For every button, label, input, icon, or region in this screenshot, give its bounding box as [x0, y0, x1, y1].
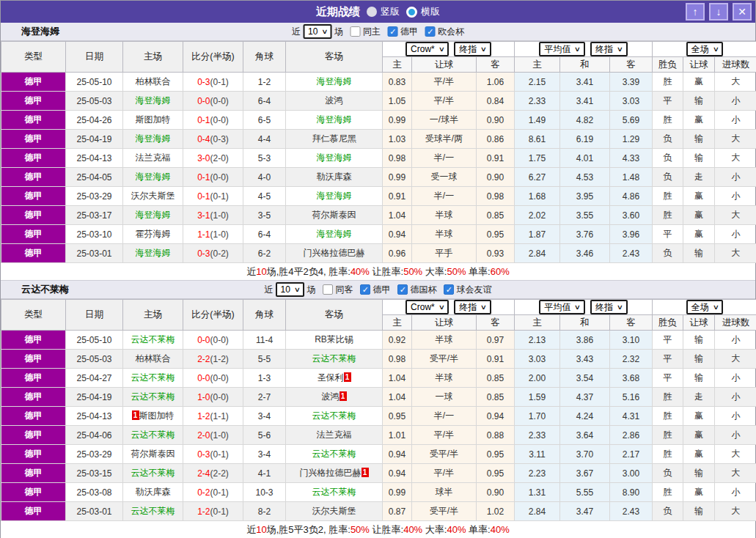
home-team-cell: 霍芬海姆 [123, 225, 183, 244]
team-section-bremen: 云达不莱梅 近10∨场同客✓德甲✓德国杯✓球会友谊 类型 日期 主场 比分(半场… [1, 281, 755, 538]
league-checkbox[interactable]: ✓ [360, 284, 370, 295]
odds-time-select[interactable]: 终指∨ [590, 300, 628, 314]
league-checkbox[interactable]: ✓ [444, 284, 454, 295]
europe-away-odds-cell: 2.43 [610, 502, 653, 521]
score-cell: 0-1(0-0) [183, 111, 243, 130]
europe-draw-odds-cell: 3.86 [560, 331, 610, 350]
away-team-cell: 勒沃库森 [286, 168, 383, 187]
league-cell: 德甲 [1, 111, 66, 130]
chevron-down-icon: ∨ [617, 45, 623, 53]
corner-cell: 3-4 [243, 407, 286, 426]
section-header: 云达不莱梅 近10∨场同客✓德甲✓德国杯✓球会友谊 [1, 281, 755, 299]
bookmaker-select[interactable]: Crow*∨ [405, 42, 449, 56]
odds-time-select[interactable]: 终指∨ [454, 42, 491, 56]
europe-draw-odds-cell: 3.41 [560, 73, 610, 92]
average-select[interactable]: 平均值∨ [539, 300, 585, 314]
fulltime-score: 2-2 [197, 354, 210, 364]
col-result: 胜负 [653, 315, 683, 331]
europe-home-odds-cell: 6.27 [515, 168, 560, 187]
col-europe-draw: 和 [560, 57, 610, 73]
europe-away-odds-cell: 2.43 [610, 244, 653, 263]
corner-cell: 1-2 [243, 73, 286, 92]
summary-part: 场,胜5平3负2, 胜率: [267, 523, 351, 537]
league-cell: 德甲 [1, 130, 66, 149]
col-goals-result: 进球数 [715, 57, 756, 73]
table-header: 类型 日期 主场 比分(半场) 角球 客场 Crow*∨ 终指∨ 平均值 [1, 300, 756, 331]
fulltime-score: 0-1 [197, 172, 210, 183]
home-team-cell: 海登海姆 [123, 130, 183, 149]
vertical-radio-label: 竖版 [381, 5, 400, 18]
period-select[interactable]: 全场∨ [686, 300, 724, 314]
horizontal-radio-icon[interactable] [406, 7, 417, 18]
bookmaker-select[interactable]: Crow*∨ [405, 300, 449, 314]
score-cell: 0-0(0-0) [183, 331, 243, 350]
match-row: 德甲25-03-17海登海姆3-1(1-0)3-5荷尔斯泰因1.04半球0.85… [1, 206, 756, 225]
league-checkbox-label: 德甲 [400, 26, 418, 38]
away-team-name: 沃尔夫斯堡 [312, 506, 356, 516]
europe-home-odds-cell: 1.75 [515, 149, 560, 168]
league-checkbox[interactable]: ✓ [397, 284, 408, 295]
europe-draw-odds-cell: 3.46 [560, 244, 610, 263]
league-checkbox[interactable]: ✓ [425, 26, 436, 37]
odds-time-select[interactable]: 终指∨ [454, 300, 491, 314]
date-cell: 25-04-06 [66, 426, 123, 445]
halftime-score: (0-3) [210, 134, 229, 144]
fulltime-score: 0-4 [197, 134, 210, 144]
away-team-name: 拜仁慕尼黑 [312, 133, 356, 144]
europe-odds-group: 平均值∨ 终指∨ [515, 42, 653, 57]
europe-draw-odds-cell: 4.53 [560, 168, 610, 187]
vertical-layout-option[interactable]: 竖版 [367, 5, 400, 18]
home-team-cell: 斯图加特 [123, 111, 183, 130]
goals-result-cell: 大 [715, 130, 756, 149]
league-cell: 德甲 [1, 502, 66, 521]
col-handicap-result: 让球 [683, 57, 715, 73]
col-score: 比分(半场) [183, 300, 243, 331]
fulltime-score: 0-3 [197, 449, 210, 460]
average-select[interactable]: 平均值∨ [539, 42, 585, 56]
close-button[interactable]: ✕ [733, 3, 752, 21]
period-select[interactable]: 全场∨ [686, 42, 724, 56]
col-corner: 角球 [243, 300, 286, 331]
halftime-score: (0-0) [210, 172, 229, 183]
odds-time-select[interactable]: 终指∨ [590, 42, 628, 56]
down-button[interactable]: ↓ [709, 3, 728, 21]
away-team-cell: 海登海姆 [286, 149, 383, 168]
handicap-result-cell: 输 [683, 502, 715, 521]
europe-home-odds-cell: 2.23 [515, 464, 560, 483]
recent-count-select[interactable]: 10∨ [303, 24, 332, 39]
result-cell: 胜 [653, 187, 683, 206]
result-cell: 胜 [653, 483, 683, 502]
handicap-result-cell: 输 [683, 350, 715, 369]
filter-controls: 近10∨场同主✓德甲✓欧会杯 [292, 24, 464, 39]
result-cell: 负 [653, 464, 683, 483]
goals-result-cell: 小 [715, 426, 756, 445]
summary-part: 单率: [466, 265, 490, 279]
league-cell: 德甲 [1, 244, 66, 263]
result-cell: 负 [653, 244, 683, 263]
halftime-score: (0-0) [210, 96, 229, 106]
up-button[interactable]: ↑ [686, 3, 705, 21]
same-side-checkbox[interactable] [351, 26, 361, 37]
corner-cell: 6-4 [243, 225, 286, 244]
summary-part: 单率: [466, 523, 490, 537]
vertical-radio-icon[interactable] [367, 7, 377, 17]
league-cell: 德甲 [1, 331, 66, 350]
home-team-name: 云达不莱梅 [131, 468, 175, 478]
away-team-cell: 云达不莱梅 [286, 483, 383, 502]
halftime-score: (2-0) [210, 153, 229, 163]
recent-count-select[interactable]: 10∨ [276, 282, 305, 297]
match-row: 德甲25-03-15云达不莱梅2-4(2-2)4-1门兴格拉德巴赫10.94平/… [1, 464, 756, 483]
away-team-name: 勒沃库森 [317, 172, 352, 182]
europe-away-odds-cell: 3.00 [610, 464, 653, 483]
halftime-score: (1-0) [210, 430, 229, 441]
chevron-down-icon: ∨ [480, 303, 487, 311]
horizontal-layout-option[interactable]: 横版 [406, 5, 440, 18]
away-team-name: 门兴格拉德巴赫 [304, 248, 365, 258]
europe-home-odds-cell: 3.03 [515, 350, 560, 369]
corner-cell: 5-3 [243, 149, 286, 168]
same-side-checkbox[interactable] [323, 284, 333, 295]
summary-part: 让胜率: [370, 265, 403, 279]
league-checkbox[interactable]: ✓ [388, 26, 398, 37]
handicap-home-odds-cell: 1.04 [383, 369, 412, 388]
handicap-result-cell: 输 [683, 130, 715, 149]
